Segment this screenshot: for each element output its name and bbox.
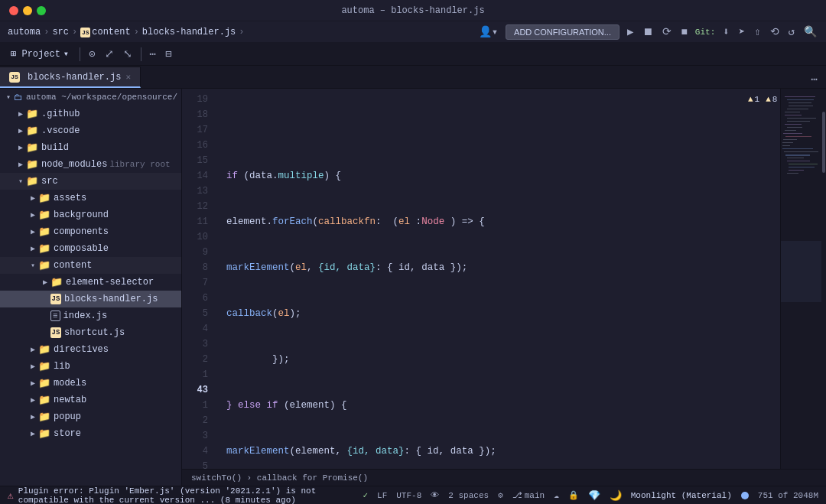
newtab-folder-icon: 📁 bbox=[38, 394, 50, 406]
git-label: Git: bbox=[695, 28, 715, 37]
status-error-text[interactable]: Plugin error: Plugin 'Ember.js' (version… bbox=[18, 486, 363, 505]
src-label: src bbox=[41, 176, 58, 187]
git-push[interactable]: ⇧ bbox=[753, 24, 762, 40]
svg-rect-15 bbox=[782, 142, 793, 143]
vscode-arrow: ▶ bbox=[15, 126, 26, 135]
status-branch[interactable]: ⎇ main bbox=[512, 490, 545, 500]
store-label: store bbox=[54, 428, 81, 439]
build-label: build bbox=[41, 142, 69, 153]
content-label: content bbox=[54, 260, 92, 271]
node-modules-tag: library root bbox=[109, 160, 170, 169]
components-label: components bbox=[54, 226, 109, 237]
svg-rect-13 bbox=[785, 136, 811, 137]
sidebar-item-blocks-handler[interactable]: ▶ JS blocks-handler.js bbox=[0, 291, 181, 307]
right-toolbar: 👤▾ ADD CONFIGURATION... ▶ ⏹ ⟳ ■ Git: ⬇ ➤… bbox=[477, 24, 818, 40]
run-button[interactable]: ▶ bbox=[626, 24, 635, 40]
sidebar-item-content[interactable]: ▾ 📁 content bbox=[0, 257, 181, 274]
status-encoding[interactable]: UTF-8 bbox=[396, 491, 421, 500]
svg-rect-20 bbox=[787, 158, 804, 158]
moon-icon: 🌙 bbox=[610, 489, 622, 502]
sidebar-item-build[interactable]: ▶ 📁 build bbox=[0, 139, 181, 156]
git-upload[interactable]: ➤ bbox=[737, 24, 746, 40]
node-modules-label: node_modules bbox=[41, 159, 107, 170]
tab-blocks-handler[interactable]: JS blocks-handler.js ✕ bbox=[0, 67, 141, 88]
project-dropdown[interactable]: ⊞ Project ▾ bbox=[6, 47, 73, 61]
github-arrow: ▶ bbox=[15, 109, 26, 119]
git-history[interactable]: ⟲ bbox=[769, 24, 781, 40]
close-button[interactable] bbox=[9, 6, 18, 15]
status-lf[interactable]: LF bbox=[377, 491, 387, 500]
warning-count[interactable]: ▲ 8 bbox=[766, 95, 777, 104]
sidebar-root[interactable]: ▾ 🗀 automa ~/workspace/opensource/ bbox=[0, 89, 181, 106]
status-spaces[interactable]: 2 spaces bbox=[448, 491, 489, 500]
sidebar-item-models[interactable]: ▶ 📁 models bbox=[0, 375, 181, 392]
debug-button[interactable]: ⟳ bbox=[661, 24, 673, 40]
more-tabs-button[interactable]: ⋯ bbox=[809, 70, 820, 88]
sidebar-item-lib[interactable]: ▶ 📁 lib bbox=[0, 358, 181, 375]
error-count[interactable]: ▲ 1 bbox=[748, 95, 759, 104]
scope-icon[interactable]: ⊙ bbox=[86, 45, 97, 63]
sidebar-item-store[interactable]: ▶ 📁 store bbox=[0, 425, 181, 442]
content-arrow: ▾ bbox=[28, 261, 38, 270]
breadcrumb-content[interactable]: JScontent bbox=[80, 27, 130, 37]
layout-icon[interactable]: ⊟ bbox=[163, 45, 174, 63]
components-arrow: ▶ bbox=[28, 227, 38, 236]
sidebar-item-popup[interactable]: ▶ 📁 popup bbox=[0, 408, 181, 425]
newtab-label: newtab bbox=[54, 395, 86, 405]
git-revert[interactable]: ↺ bbox=[787, 24, 796, 40]
sidebar-item-vscode[interactable]: ▶ 📁 .vscode bbox=[0, 122, 181, 139]
breadcrumb-src[interactable]: src bbox=[52, 27, 69, 37]
tab-close-button[interactable]: ✕ bbox=[125, 72, 131, 82]
status-check-icon: ✓ bbox=[363, 490, 368, 500]
collapse-icon[interactable]: ⤡ bbox=[121, 45, 135, 63]
sidebar-item-shortcut[interactable]: ▶ JS shortcut.js bbox=[0, 324, 181, 341]
directives-label: directives bbox=[54, 344, 109, 355]
breadcrumb-bar: automa › src › JScontent › blocks-handle… bbox=[0, 21, 826, 43]
minimize-button[interactable] bbox=[23, 6, 32, 15]
breadcrumb-file[interactable]: blocks-handler.js bbox=[142, 27, 236, 37]
warning-count-label: 8 bbox=[772, 95, 778, 104]
toolbar-divider2 bbox=[141, 47, 141, 61]
github-label: .github bbox=[41, 109, 80, 119]
svg-rect-14 bbox=[783, 139, 797, 140]
file-type-icon: JS bbox=[9, 72, 20, 83]
background-folder-icon: 📁 bbox=[38, 209, 50, 221]
status-theme[interactable]: Moonlight (Material) bbox=[631, 491, 732, 500]
sidebar-item-src[interactable]: ▾ 📁 src bbox=[0, 173, 181, 190]
user-icon[interactable]: 👤▾ bbox=[477, 24, 499, 40]
status-memory[interactable]: 751 of 2048M bbox=[758, 491, 818, 500]
models-arrow: ▶ bbox=[28, 379, 38, 388]
svg-rect-6 bbox=[785, 115, 802, 115]
breadcrumb-automa[interactable]: automa bbox=[8, 27, 41, 37]
expand-icon[interactable]: ⤢ bbox=[102, 45, 116, 63]
index-file-icon: ≡ bbox=[50, 311, 60, 321]
newtab-arrow: ▶ bbox=[28, 395, 38, 405]
code-editor[interactable]: if (data.multiple) { element.forEach(cal… bbox=[214, 89, 780, 469]
project-label: ⊞ Project bbox=[11, 48, 60, 60]
sidebar-item-assets[interactable]: ▶ 📁 assets bbox=[0, 190, 181, 206]
tab-bar: JS blocks-handler.js ✕ ⋯ bbox=[0, 66, 826, 89]
maximize-button[interactable] bbox=[37, 6, 46, 15]
sidebar-item-components[interactable]: ▶ 📁 components bbox=[0, 223, 181, 240]
build-button[interactable]: ■ bbox=[679, 24, 688, 40]
settings-icon[interactable]: ⋯ bbox=[148, 45, 158, 63]
sidebar-item-newtab[interactable]: ▶ 📁 newtab bbox=[0, 392, 181, 408]
sidebar-item-index[interactable]: ▶ ≡ index.js bbox=[0, 307, 181, 324]
git-download[interactable]: ⬇ bbox=[721, 24, 730, 40]
sidebar-item-directives[interactable]: ▶ 📁 directives bbox=[0, 341, 181, 358]
sidebar-item-node-modules[interactable]: ▶ 📁 node_modules library root bbox=[0, 156, 181, 173]
svg-rect-7 bbox=[787, 118, 816, 119]
traffic-lights[interactable] bbox=[9, 6, 46, 15]
toolbar-divider bbox=[80, 47, 80, 61]
svg-rect-11 bbox=[785, 130, 796, 131]
add-config-button[interactable]: ADD CONFIGURATION... bbox=[506, 24, 620, 40]
sidebar-item-github[interactable]: ▶ 📁 .github bbox=[0, 106, 181, 122]
sidebar-item-element-selector[interactable]: ▶ 📁 element-selector bbox=[0, 274, 181, 291]
search-icon[interactable]: 🔍 bbox=[802, 24, 818, 40]
components-folder-icon: 📁 bbox=[38, 226, 50, 238]
build-arrow: ▶ bbox=[15, 143, 26, 152]
index-label: index.js bbox=[63, 311, 108, 321]
sidebar-item-composable[interactable]: ▶ 📁 composable bbox=[0, 240, 181, 257]
stop-button[interactable]: ⏹ bbox=[641, 24, 655, 40]
sidebar-item-background[interactable]: ▶ 📁 background bbox=[0, 206, 181, 223]
